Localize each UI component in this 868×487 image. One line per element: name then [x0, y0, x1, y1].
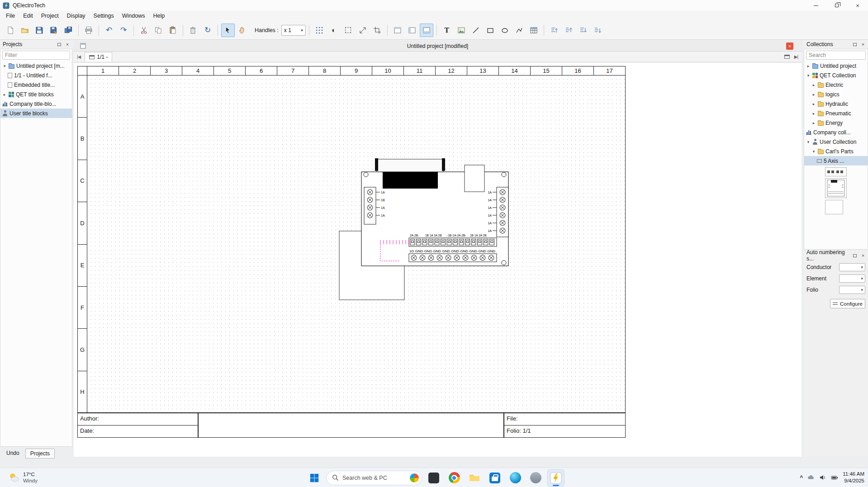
- document-tab[interactable]: Untitled project [modified]: [407, 43, 468, 49]
- pan-tool-button[interactable]: [236, 24, 249, 37]
- redo-button[interactable]: ↷: [117, 24, 130, 37]
- undo-button[interactable]: ↶: [102, 24, 116, 37]
- add-text-button[interactable]: T: [440, 24, 454, 37]
- copy-button[interactable]: [152, 24, 165, 37]
- tree-item-carls-parts[interactable]: ▾ Carl's Parts: [804, 147, 868, 156]
- folio-view-button[interactable]: [391, 24, 404, 37]
- add-table-button[interactable]: [527, 24, 541, 37]
- handles-select[interactable]: x 1 ▾: [281, 25, 306, 36]
- expand-arrow-icon[interactable]: ▸: [2, 92, 7, 97]
- add-rectangle-button[interactable]: [484, 24, 497, 37]
- tree-item-untitled-project[interactable]: ▾ Untitled project [m...: [0, 61, 72, 71]
- element-preview-thumbnail[interactable]: [825, 178, 847, 198]
- element-preview-thumbnail[interactable]: [825, 167, 847, 176]
- menu-windows[interactable]: Windows: [118, 11, 149, 20]
- component-box[interactable]: [465, 165, 484, 192]
- close-dock-button[interactable]: ×: [64, 41, 71, 47]
- db25-connector[interactable]: [375, 158, 445, 189]
- taskbar-app-gray-icon[interactable]: [527, 469, 544, 487]
- tree-item-untitled-project[interactable]: ▸ Untitled project: [804, 61, 868, 71]
- collapse-arrow-icon[interactable]: ▾: [2, 64, 7, 68]
- open-file-button[interactable]: [18, 24, 32, 37]
- projects-tab[interactable]: Projects: [25, 449, 55, 459]
- align-conductors-button-3[interactable]: [576, 24, 590, 37]
- tray-volume-icon[interactable]: [819, 474, 826, 481]
- rubberband-select-button[interactable]: [342, 24, 355, 37]
- conductor-select[interactable]: ▾: [839, 263, 865, 271]
- close-dock-button[interactable]: ×: [860, 252, 866, 259]
- new-file-button[interactable]: [4, 24, 17, 37]
- menu-display[interactable]: Display: [63, 11, 90, 20]
- cut-button[interactable]: [137, 24, 151, 37]
- folio-tab[interactable]: 1/1 -: [85, 52, 112, 61]
- resize-handles-button[interactable]: [356, 24, 370, 37]
- windowed-view-button[interactable]: [405, 24, 419, 37]
- add-ellipse-button[interactable]: [498, 24, 512, 37]
- print-button[interactable]: [82, 24, 95, 37]
- shade-toggle-button[interactable]: ◐: [327, 24, 341, 37]
- float-dock-button[interactable]: [852, 252, 858, 259]
- taskbar-clock[interactable]: 11:46 AM 9/4/2025: [843, 471, 864, 484]
- menu-file[interactable]: File: [2, 11, 19, 20]
- save-button[interactable]: [33, 24, 46, 37]
- tree-item-embedded-titleblocks[interactable]: Embedded title...: [0, 80, 72, 90]
- float-dock-button[interactable]: [852, 41, 858, 47]
- crop-view-button[interactable]: [370, 24, 384, 37]
- first-folio-button[interactable]: |◀: [74, 54, 84, 59]
- qelectrotech-taskbar-button[interactable]: [547, 469, 564, 487]
- detach-folio-button[interactable]: [784, 55, 790, 59]
- collapse-arrow-icon[interactable]: ▾: [806, 73, 811, 78]
- rotate-button[interactable]: ↻: [201, 24, 214, 37]
- tree-item-energy[interactable]: ▸ Energy: [804, 118, 868, 128]
- tree-item-logics[interactable]: ▸ logics: [804, 90, 868, 99]
- tree-item-folio[interactable]: 1/1 - Untitled f...: [0, 71, 72, 80]
- close-dock-button[interactable]: ×: [860, 41, 866, 47]
- edge-button[interactable]: [507, 469, 524, 487]
- expand-arrow-icon[interactable]: ▸: [811, 102, 816, 106]
- undo-tab[interactable]: Undo: [2, 449, 24, 459]
- tree-item-company-titleblocks[interactable]: Company title-blo...: [0, 99, 72, 109]
- paste-button[interactable]: [166, 24, 180, 37]
- float-dock-button[interactable]: [56, 41, 62, 47]
- weather-widget[interactable]: 17°C Windy: [5, 468, 41, 487]
- align-conductors-button-4[interactable]: [591, 24, 604, 37]
- taskbar-app-dark-icon[interactable]: [425, 469, 442, 487]
- delete-button[interactable]: [186, 24, 200, 37]
- save-all-button[interactable]: [62, 24, 75, 37]
- element-preview-thumbnail[interactable]: [825, 200, 843, 214]
- schematic-drawing[interactable]: 1A 1B 1A 1A 1A 1A: [87, 76, 625, 413]
- add-line-button[interactable]: [469, 24, 483, 37]
- minimize-button[interactable]: [806, 0, 826, 11]
- tree-item-hydraulic[interactable]: ▸ Hydraulic: [804, 99, 868, 109]
- hidden-icons-button[interactable]: ^: [800, 474, 803, 481]
- tree-item-company-collection[interactable]: Company coll...: [804, 128, 868, 137]
- tree-item-qet-collection[interactable]: ▾ QET Collection: [804, 71, 868, 80]
- select-tool-button[interactable]: [221, 24, 235, 37]
- add-image-button[interactable]: [455, 24, 468, 37]
- last-folio-button[interactable]: ▶|: [794, 54, 798, 59]
- configure-button[interactable]: Configure: [830, 299, 865, 308]
- tree-item-qet-titleblocks[interactable]: ▸ QET title blocks: [0, 90, 72, 99]
- expand-arrow-icon[interactable]: ▸: [806, 64, 811, 68]
- search-highlights-icon[interactable]: [410, 473, 419, 482]
- titleblock-view-button[interactable]: [420, 24, 433, 37]
- grid-toggle-button[interactable]: [313, 24, 326, 37]
- restore-button[interactable]: [826, 0, 847, 11]
- breakout-board-element[interactable]: 1A 1B 1A 1A 1A 1A: [361, 158, 508, 266]
- add-polyline-button[interactable]: [512, 24, 526, 37]
- chrome-button[interactable]: [446, 469, 463, 487]
- tray-cloud-icon[interactable]: [807, 474, 815, 481]
- taskbar-search[interactable]: Search web & PC: [326, 471, 422, 485]
- expand-arrow-icon[interactable]: ▸: [811, 92, 816, 97]
- save-as-button[interactable]: [47, 24, 61, 37]
- tab-close-button[interactable]: ×: [786, 43, 793, 50]
- tree-item-electric[interactable]: ▸ Electric: [804, 80, 868, 90]
- diagram-canvas[interactable]: 1 2 3 4 5 6 7 8 9 10 11 12 13 14 15 16 1: [74, 63, 802, 457]
- microsoft-store-button[interactable]: [486, 469, 503, 487]
- filter-input[interactable]: [2, 51, 70, 60]
- file-explorer-button[interactable]: [466, 469, 483, 487]
- folio-select[interactable]: ▾: [839, 286, 865, 294]
- expand-arrow-icon[interactable]: ▸: [811, 121, 816, 125]
- tree-item-pneumatic[interactable]: ▸ Pneumatic: [804, 109, 868, 118]
- menu-project[interactable]: Project: [37, 11, 63, 20]
